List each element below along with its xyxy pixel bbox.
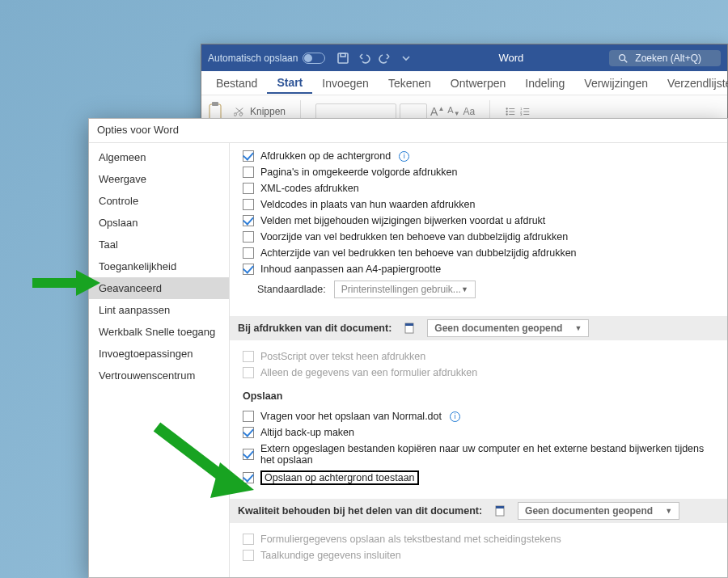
bullets-icon[interactable] <box>505 106 516 117</box>
nav-taal[interactable]: Taal <box>89 234 229 255</box>
save-icon[interactable] <box>336 52 349 65</box>
checkbox-icon[interactable] <box>243 215 254 226</box>
tab-invoegen[interactable]: Invoegen <box>312 74 379 93</box>
printdoc-combo[interactable]: Geen documenten geopend ▼ <box>427 319 589 337</box>
nav-weergave[interactable]: Weergave <box>89 168 229 190</box>
svg-rect-19 <box>405 323 413 326</box>
autosave-toggle[interactable]: Automatisch opslaan <box>208 53 325 64</box>
checkbox-icon[interactable] <box>243 472 254 483</box>
nav-invoegtoepassingen[interactable]: Invoegtoepassingen <box>89 343 229 365</box>
font-size-combo[interactable] <box>400 103 427 120</box>
cut-label: Knippen <box>250 106 286 117</box>
checkbox-icon[interactable] <box>243 264 254 275</box>
nav-vertrouwenscentrum[interactable]: Vertrouwenscentrum <box>89 365 229 386</box>
options-nav: Algemeen Weergave Controle Opslaan Taal … <box>89 143 230 577</box>
increase-font-icon[interactable]: A▲ <box>430 105 444 118</box>
chevron-down-icon[interactable] <box>400 52 413 65</box>
chevron-down-icon: ▼ <box>461 285 468 293</box>
section-bij-afdrukken: Bij afdrukken van dit document: Geen doc… <box>230 316 727 340</box>
checkbox-icon[interactable] <box>243 427 254 438</box>
checkbox-icon <box>243 550 254 561</box>
combo-value: Geen documenten geopend <box>434 323 562 334</box>
checkbox-icon[interactable] <box>243 150 254 162</box>
standaardlade-label: Standaardlade: <box>257 284 326 295</box>
tab-start[interactable]: Start <box>267 73 312 94</box>
numbering-icon[interactable]: 123 <box>519 106 531 117</box>
chk-label: Taalkundige gegevens insluiten <box>260 550 401 561</box>
search-box[interactable]: Zoeken (Alt+Q) <box>609 50 721 66</box>
chk-afdrukken-achtergrond[interactable]: Afdrukken op de achtergrond i <box>243 148 717 164</box>
checkbox-icon[interactable] <box>243 247 254 259</box>
info-icon[interactable]: i <box>399 151 409 162</box>
chk-extern-opgeslagen[interactable]: Extern opgeslagen bestanden kopiëren naa… <box>243 441 717 468</box>
font-name-combo[interactable] <box>315 103 396 120</box>
nav-geavanceerd[interactable]: Geavanceerd <box>89 277 229 299</box>
tab-bestand[interactable]: Bestand <box>206 74 267 93</box>
chk-postscript: PostScript over tekst heen afdrukken <box>243 348 717 365</box>
chk-velden-bijwerken[interactable]: Velden met bijgehouden wijzigingen bijwe… <box>243 213 717 229</box>
svg-line-3 <box>624 59 628 62</box>
chk-label: Vragen voor het opslaan van Normal.dot <box>260 411 442 422</box>
quick-access-toolbar <box>336 52 413 65</box>
svg-point-8 <box>506 110 508 112</box>
chk-voorzijde[interactable]: Voorzijde van vel bedrukken ten behoeve … <box>243 229 717 245</box>
tab-indeling[interactable]: Indeling <box>515 74 574 93</box>
nav-toegankelijkheid[interactable]: Toegankelijkheid <box>89 255 229 277</box>
decrease-font-icon[interactable]: A▼ <box>447 105 459 117</box>
dialog-title: Opties voor Word <box>89 119 727 142</box>
chk-label: Altijd back-up maken <box>260 427 354 438</box>
redo-icon[interactable] <box>379 52 392 65</box>
search-icon <box>617 53 629 64</box>
tab-verzendlijsten[interactable]: Verzendlijsten <box>658 74 728 93</box>
nav-opslaan[interactable]: Opslaan <box>89 212 229 234</box>
chk-label: XML-codes afdrukken <box>260 183 359 194</box>
chevron-down-icon: ▼ <box>665 507 672 515</box>
tab-tekenen[interactable]: Tekenen <box>379 74 441 93</box>
checkbox-icon[interactable] <box>243 231 254 243</box>
standaardlade-combo[interactable]: Printerinstellingen gebruik... ▼ <box>334 281 476 298</box>
chk-label: Voorzijde van vel bedrukken ten behoeve … <box>260 231 568 243</box>
chk-xml-codes[interactable]: XML-codes afdrukken <box>243 180 717 196</box>
document-icon <box>493 504 506 517</box>
checkbox-icon <box>243 534 254 545</box>
undo-icon[interactable] <box>358 52 370 65</box>
font-group: A▲ A▼ Aa <box>315 103 475 120</box>
checkbox-icon[interactable] <box>243 411 254 422</box>
change-case-icon[interactable]: Aa <box>463 106 476 117</box>
tab-verwijzingen[interactable]: Verwijzingen <box>574 74 658 93</box>
checkbox-icon[interactable] <box>243 167 254 178</box>
chevron-down-icon: ▼ <box>574 324 582 332</box>
info-icon[interactable]: i <box>450 411 460 422</box>
svg-rect-0 <box>338 53 348 63</box>
nav-controle[interactable]: Controle <box>89 190 229 212</box>
options-dialog: Opties voor Word Algemeen Weergave Contr… <box>88 118 728 578</box>
cut-button[interactable]: Knippen <box>234 106 286 117</box>
chk-a4-aanpassen[interactable]: Inhoud aanpassen aan A4-papiergrootte <box>243 261 717 277</box>
checkbox-icon[interactable] <box>243 183 254 194</box>
tab-ontwerpen[interactable]: Ontwerpen <box>441 74 515 93</box>
chk-label: PostScript over tekst heen afdrukken <box>260 351 425 362</box>
chk-paginas-omgekeerd[interactable]: Pagina's in omgekeerde volgorde afdrukke… <box>243 164 717 180</box>
nav-lint-aanpassen[interactable]: Lint aanpassen <box>89 299 229 321</box>
chk-vragen-normal[interactable]: Vragen voor het opslaan van Normal.dot i <box>243 408 717 424</box>
checkbox-icon[interactable] <box>243 199 254 210</box>
chk-veldcodes[interactable]: Veldcodes in plaats van hun waarden afdr… <box>243 196 717 213</box>
dialog-body: Algemeen Weergave Controle Opslaan Taal … <box>89 142 727 577</box>
nav-algemeen[interactable]: Algemeen <box>89 146 229 168</box>
svg-point-10 <box>506 113 508 115</box>
toggle-pill-icon[interactable] <box>303 53 325 64</box>
options-content[interactable]: Afdrukken op de achtergrond i Pagina's i… <box>230 143 727 577</box>
chk-opslaan-achtergrond[interactable]: Opslaan op achtergrond toestaan <box>243 468 717 487</box>
chk-altijd-backup[interactable]: Altijd back-up maken <box>243 424 717 441</box>
ribbon-tabs: Bestand Start Invoegen Tekenen Ontwerpen… <box>201 71 727 95</box>
word-titlebar: Automatisch opslaan Word Zoeken (Alt+Q) <box>201 44 727 71</box>
chk-achterzijde[interactable]: Achterzijde van vel bedrukken ten behoev… <box>243 245 717 261</box>
checkbox-icon <box>243 351 254 362</box>
nav-werkbalk-snelle-toegang[interactable]: Werkbalk Snelle toegang <box>89 321 229 343</box>
svg-rect-1 <box>341 53 345 57</box>
chk-label: Opslaan op achtergrond toestaan <box>265 472 415 483</box>
kwaliteit-combo[interactable]: Geen documenten geopend ▼ <box>518 502 679 520</box>
chk-label: Inhoud aanpassen aan A4-papiergrootte <box>260 264 441 275</box>
chk-formulier-scheiding: Formuliergegevens opslaan als tekstbesta… <box>243 531 717 547</box>
checkbox-icon[interactable] <box>243 449 254 460</box>
